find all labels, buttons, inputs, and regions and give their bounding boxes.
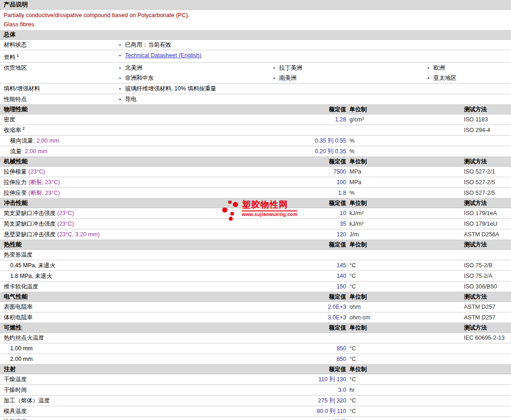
row-content: •北美洲•非洲和中东•拉丁美洲•南美洲•欧洲•亚太地区 [115,63,511,83]
bullet-column: •拉丁美洲•南美洲 [270,63,424,83]
general-row: 性能特点•导电 [0,94,511,105]
property-row: 干燥时间3.0hr [0,385,511,396]
bullet-icon: • [119,50,121,60]
datasheet-page: 产品说明Partially conductive/dissipative com… [0,0,511,420]
row-label-cell: 1.00 mm [0,345,259,352]
row-label-cell: 悬壁梁缺口冲击强度 (23°C, 3.20 mm) [0,231,259,239]
row-unit: °C [346,408,464,414]
row-label-cell: 干燥温度 [0,376,259,384]
technical-datasheet-link[interactable]: Technical Datasheet (English) [125,52,201,59]
section-title: 冲击性能 [0,199,259,207]
row-label-cell: 简支梁缺口冲击强度 (23°C) [0,220,259,228]
row-label: 横向流量 [10,138,33,144]
property-row: 2.00 mm850°C [0,354,511,365]
row-test-method: ISO 179/1eA [464,210,511,216]
section-title: 机械性能 [0,157,259,166]
row-test-method: ISO 306/B50 [464,283,511,290]
property-row: 拉伸应力 (断裂, 23°C)100MPaISO 527-2/5 [0,177,511,188]
row-label: 供货地区 [4,65,27,71]
row-condition: (23°C) [56,221,74,227]
bullet-item: •亚太地区 [424,73,511,83]
section-title: 总体 [0,30,259,39]
bullet-text: 北美洲 [125,65,143,71]
row-condition: (23°C, 3.20 mm) [56,231,100,238]
property-row: 热灼丝点火温度IEC 60695-2-13 [0,333,511,343]
col-header-unit: 单位制 [346,324,464,332]
section-title: 注射 [0,365,259,373]
row-test-method: ISO 527-2/5 [464,190,511,196]
col-header-nominal-value: 额定值 [259,241,346,249]
row-unit: J/m [346,231,464,238]
bullet-column: •欧洲•亚太地区 [424,63,511,83]
row-unit: ohm [346,304,464,310]
col-header-test-method: 测试方法 [464,293,511,301]
row-test-method: ISO 179/1eU [464,221,511,227]
bullet-item: •拉丁美洲 [270,63,424,73]
property-row: 注射速度快速 [0,417,511,420]
property-row: 表面电阻率2.0E+3ohmASTM D257 [0,302,511,312]
bullet-text: 南美洲 [279,75,297,81]
bullet-icon: • [273,73,275,83]
row-nominal-value: 140 [259,273,346,279]
row-label-cell: 1.8 MPa, 未退火 [0,272,259,280]
row-nominal-value: 850 [259,345,346,352]
property-row: 简支梁缺口冲击强度 (23°C)10kJ/m²ISO 179/1eA [0,208,511,219]
bullet-item: •已商用：当前有效 [115,40,270,50]
row-nominal-value: 35 [259,221,346,227]
row-label: 维卡软化温度 [4,283,38,290]
col-header-unit: 单位制 [346,158,464,166]
row-label-cell: 模具温度 [0,408,259,415]
bullet-icon: • [119,63,121,73]
section-header: 机械性能额定值单位制测试方法 [0,157,511,167]
row-unit: kJ/m² [346,221,464,227]
row-label: 模具温度 [4,408,27,414]
datasheet-table: 产品说明Partially conductive/dissipative com… [0,0,511,420]
description-line: Glass fibres. [0,20,511,29]
col-header-nominal-value: 额定值 [259,158,346,166]
row-label: 填料/增强材料 [4,85,40,92]
property-row: 热变形温度 [0,250,511,260]
row-label: 拉伸应力 [4,179,27,186]
property-row: 密度1.28g/cm³ISO 1183 [0,114,511,125]
row-label-cell: 性能特点 [0,94,115,104]
row-test-method: ISO 527-2/5 [464,179,511,186]
bullet-item: •导电 [115,94,270,104]
section-header: 电气性能额定值单位制测试方法 [0,292,511,302]
row-label: 性能特点 [4,96,27,102]
col-header-test-method: 测试方法 [464,324,511,332]
product-description-block: Partially conductive/dissipative compoun… [0,10,511,30]
row-label-cell: 干燥时间 [0,386,259,394]
property-row: 加工（熔体）温度275 到 320°C [0,396,511,406]
col-header-test-method: 测试方法 [464,241,511,249]
description-line: Partially conductive/dissipative compoun… [0,11,511,20]
row-test-method: ASTM D256A [464,231,511,238]
row-content: •已商用：当前有效 [115,40,511,50]
row-label: 表面电阻率 [4,304,33,310]
property-row: 拉伸应变 (断裂, 23°C)1.8%ISO 527-2/5 [0,188,511,198]
bullet-icon: • [119,84,121,94]
row-label-cell: 拉伸应变 (断裂, 23°C) [0,189,259,197]
property-row: 1.00 mm850°C [0,343,511,354]
section-header-general: 总体 [0,30,511,40]
row-nominal-value: 快速 [259,418,346,420]
row-unit: °C [346,262,464,269]
bullet-item: •南美洲 [270,73,424,83]
row-label: 流量 [10,148,22,155]
property-row: 简支梁缺口冲击强度 (23°C)35kJ/m²ISO 179/1eU [0,219,511,229]
property-row: 拉伸模量 (23°C)7500MPaISO 527-2/1 [0,167,511,177]
row-nominal-value: 3.0E+3 [259,314,346,321]
bullet-text: 已商用：当前有效 [125,42,171,48]
row-label: 干燥温度 [4,376,27,383]
section-title: 热性能 [0,240,259,249]
bullet-text: 拉丁美洲 [279,65,302,71]
bullet-text: 非洲和中东 [125,75,154,81]
bullet-item: •玻璃纤维增强材料, 10% 填料按重量 [115,84,270,94]
property-row: 悬壁梁缺口冲击强度 (23°C, 3.20 mm)120J/mASTM D256… [0,229,511,240]
section-header: 热性能额定值单位制测试方法 [0,240,511,250]
row-nominal-value: 100 [259,179,346,186]
row-label-cell: 拉伸应力 (断裂, 23°C) [0,179,259,186]
row-label: 简支梁缺口冲击强度 [4,210,56,216]
row-unit: % [346,190,464,196]
row-test-method: ASTM D257 [464,304,511,310]
section-title: 产品说明 [0,0,259,9]
